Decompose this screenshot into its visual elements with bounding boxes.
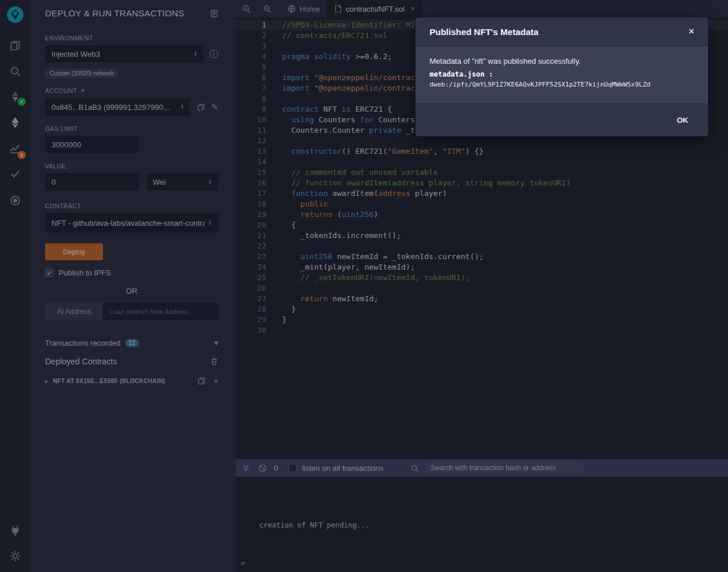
remix-app: ✓ 1 DEPLOY & RUN TRANSACTIONS ENVIRONMEN — [0, 0, 728, 572]
modal-ok-button[interactable]: OK — [671, 112, 695, 128]
modal-ipfs-uri: dweb:/ipfs/QmYL9P1Z7KE6AQvKJPFF52SX1p2TE… — [430, 81, 694, 88]
modal-message: Metadata of "nft" was published successf… — [430, 57, 694, 66]
modal-title: Published NFT's Metadata — [430, 27, 538, 37]
modal-close-icon[interactable]: × — [689, 26, 694, 37]
metadata-modal: Published NFT's Metadata × Metadata of "… — [415, 18, 708, 136]
modal-filename: metadata.json : — [430, 70, 694, 78]
